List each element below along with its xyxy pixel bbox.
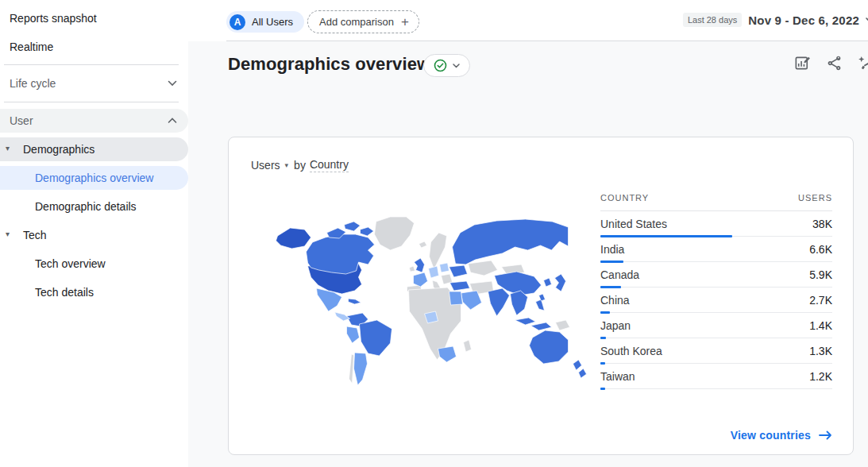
map-region-russia[interactable] (453, 219, 569, 264)
country-name: China (600, 294, 630, 307)
map-region-new-zealand-south[interactable] (579, 369, 587, 378)
audience-chip-all-users[interactable]: A All Users (226, 11, 304, 33)
page-title: Demographics overview (228, 54, 430, 75)
date-preset-badge: Last 28 days (683, 13, 742, 27)
map-region-indonesia[interactable] (531, 322, 552, 330)
users-value: 1.2K (809, 370, 832, 383)
dimension-link[interactable]: Country (310, 158, 349, 172)
map-region-philippines[interactable] (536, 299, 545, 311)
map-region-malaysia[interactable] (515, 318, 536, 325)
sidebar-item-tech-details[interactable]: Tech details (0, 280, 188, 304)
users-value: 2.7K (809, 294, 832, 307)
share-icon[interactable] (824, 52, 844, 73)
map-region-arctic-island-2[interactable] (345, 222, 361, 231)
add-comparison-button[interactable]: Add comparison + (307, 10, 419, 33)
sidebar-item-life-cycle[interactable]: Life cycle (0, 71, 188, 95)
map-region-brazil[interactable] (360, 320, 392, 356)
check-circle-icon (434, 59, 447, 72)
sidebar-item-label: User (10, 114, 33, 127)
users-value: 38K (812, 218, 832, 230)
map-region-kazakhstan[interactable] (469, 261, 498, 276)
view-countries-label: View countries (731, 429, 811, 442)
collapse-caret-icon[interactable]: ▾ (6, 230, 10, 238)
sidebar-item-label: Tech overview (35, 257, 106, 270)
collapse-caret-icon[interactable]: ▾ (6, 144, 10, 152)
map-region-poland[interactable] (440, 263, 449, 272)
sidebar-item-label: Demographics overview (35, 172, 153, 184)
sidebar-item-tech[interactable]: ▾ Tech (0, 223, 188, 247)
map-region-south-korea[interactable] (544, 278, 552, 287)
map-region-iceland[interactable] (419, 241, 427, 248)
by-label: by (294, 159, 306, 172)
map-region-france[interactable] (414, 272, 428, 287)
insights-icon[interactable] (855, 52, 868, 73)
table-row: Canada 5.9K (600, 262, 832, 288)
chevron-up-icon (168, 118, 177, 124)
map-region-australia[interactable] (530, 330, 569, 364)
map-region-cuba[interactable] (349, 299, 361, 304)
map-region-madagascar[interactable] (464, 340, 472, 352)
map-region-ukraine[interactable] (449, 265, 468, 277)
sidebar-item-tech-overview[interactable]: Tech overview (0, 252, 188, 276)
sidebar-item-label: Life cycle (10, 77, 56, 90)
map-region-alaska[interactable] (276, 228, 311, 249)
table-row: Japan 1.4K (600, 313, 832, 338)
country-table: COUNTRY USERS United States 38K India 6.… (600, 193, 832, 389)
map-region-new-zealand-north[interactable] (573, 360, 582, 370)
sidebar-item-label: Reports snapshot (10, 12, 97, 25)
card-header: Users ▾ by Country (251, 158, 349, 172)
date-range-picker[interactable]: Last 28 days Nov 9 - Dec 6, 2022 (683, 13, 868, 27)
chevron-down-icon (168, 80, 177, 87)
map-region-germany[interactable] (429, 266, 439, 278)
sidebar-item-demographic-details[interactable]: Demographic details (0, 195, 188, 218)
topbar-divider (226, 41, 868, 41)
country-name: Japan (600, 319, 631, 332)
map-region-chile[interactable] (349, 354, 354, 384)
sidebar-item-label: Tech (23, 229, 47, 241)
sidebar-item-user[interactable]: User (0, 109, 188, 133)
users-by-country-card: Users ▾ by Country (228, 137, 854, 455)
map-region-arctic-island-3[interactable] (361, 227, 374, 236)
sidebar-item-demographics-overview[interactable]: Demographics overview (0, 166, 188, 190)
table-row: Taiwan 1.2K (600, 364, 832, 389)
map-region-ireland[interactable] (410, 266, 415, 272)
arrow-right-icon (819, 430, 832, 440)
report-actions-toolbar (792, 52, 868, 73)
sidebar-item-reports-snapshot[interactable]: Reports snapshot (0, 6, 188, 30)
metric-dropdown[interactable]: Users ▾ (251, 159, 288, 172)
users-value: 6.6K (809, 243, 832, 256)
metric-label: Users (251, 159, 280, 172)
map-region-canada[interactable] (307, 234, 375, 274)
map-region-india[interactable] (488, 288, 510, 316)
users-value: 1.4K (809, 319, 832, 332)
country-name: Taiwan (600, 370, 635, 383)
customize-report-icon[interactable] (792, 52, 812, 73)
table-row: India 6.6K (600, 237, 832, 262)
map-region-new-guinea[interactable] (556, 320, 570, 330)
column-header-country: COUNTRY (600, 193, 649, 203)
map-region-egypt[interactable] (449, 291, 463, 305)
map-region-peru[interactable] (347, 326, 360, 343)
map-region-greenland[interactable] (375, 217, 415, 250)
report-status-badge[interactable] (423, 54, 470, 77)
map-region-japan[interactable] (555, 274, 566, 291)
audience-chip-label: All Users (252, 16, 293, 28)
chevron-down-icon (453, 64, 460, 68)
table-row: China 2.7K (600, 288, 832, 313)
map-region-united-kingdom[interactable] (415, 258, 425, 272)
sidebar-item-realtime[interactable]: Realtime (0, 35, 188, 59)
map-region-argentina[interactable] (354, 353, 368, 385)
map-region-turkey[interactable] (450, 281, 470, 291)
sidebar-item-label: Realtime (10, 41, 53, 53)
sidebar-item-demographics[interactable]: ▾ Demographics (0, 137, 188, 161)
map-region-south-africa[interactable] (438, 346, 457, 362)
map-region-indochina[interactable] (511, 291, 528, 315)
country-table-header: COUNTRY USERS (600, 193, 832, 211)
view-countries-link[interactable]: View countries (731, 429, 832, 442)
plus-icon: + (401, 15, 409, 29)
audience-avatar: A (230, 14, 245, 30)
sidebar-item-label: Demographics (23, 143, 95, 156)
sidebar-item-label: Demographic details (35, 200, 137, 213)
country-name: India (600, 243, 624, 256)
world-choropleth-map[interactable] (239, 201, 592, 399)
